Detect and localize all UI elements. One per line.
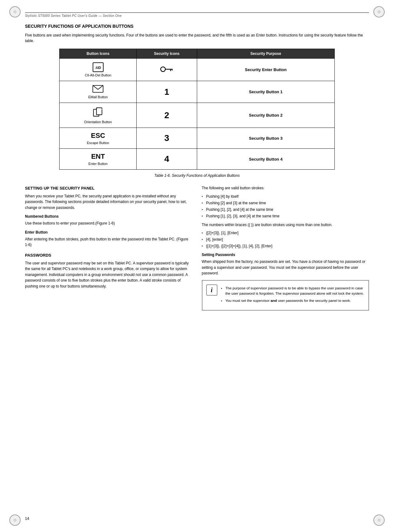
list-item: {[2]+[3]}, [1], [Enter] — [202, 230, 369, 236]
security-purpose-enter: Security Enter Button — [197, 59, 334, 81]
corner-decoration-tl — [9, 6, 21, 17]
info-bullets-list: The purpose of supervisor password is to… — [221, 286, 365, 304]
list-item: {[1]+[3]}, {[2]+[3]+[4]}, [1], [4], [2],… — [202, 243, 369, 249]
section-title: SECURITY FUNCTIONS OF APPLICATION BUTTON… — [25, 24, 369, 29]
left-column: SETTING UP THE SECURITY PANEL When you r… — [25, 185, 192, 311]
button-label-orient: Orientation Button — [63, 120, 133, 124]
button-label-esc: Escape Button — [63, 141, 133, 145]
security-icon-1: 1 — [137, 81, 197, 103]
setting-panel-title: SETTING UP THE SECURITY PANEL — [25, 185, 192, 191]
numbered-buttons-title: Numbered Buttons — [25, 214, 192, 219]
header-rule — [25, 12, 369, 13]
passwords-title: PASSWORDS — [25, 252, 192, 259]
security-purpose-2: Security Button 2 — [197, 103, 334, 128]
button-icon-email: EMail Button — [60, 81, 137, 103]
email-svg — [92, 85, 104, 93]
enter-button-title: Enter Button — [25, 230, 192, 235]
svg-point-0 — [161, 67, 165, 72]
button-icon-cad: AID Ctl-Alt-Del Button — [60, 59, 137, 81]
list-item: Pushing [4] by itself — [202, 194, 369, 199]
list-item: You must set the supervisor and user pas… — [221, 298, 365, 303]
table-row: ESC Escape Button 3 Security Button 3 — [60, 128, 334, 149]
examples-list: {[2]+[3]}, [1], [Enter] [4], [enter] {[1… — [202, 230, 369, 249]
list-item: [4], [enter] — [202, 237, 369, 242]
security-table: Button Icons Security Icons Security Pur… — [59, 49, 334, 170]
security-purpose-3: Security Button 3 — [197, 128, 334, 149]
table-row: AID Ctl-Alt-Del Button Security Enter Bu… — [60, 59, 334, 81]
security-icon-4: 4 — [137, 149, 197, 170]
table-header-security-icons: Security Icons — [137, 49, 197, 59]
two-column-section: SETTING UP THE SECURITY PANEL When you r… — [25, 185, 369, 311]
list-item: Pushing [2] and [3] at the same time — [202, 200, 369, 206]
security-icon-3: 3 — [137, 128, 197, 149]
table-row: Orientation Button 2 Security Button 2 — [60, 103, 334, 128]
button-icon-esc: ESC Escape Button — [60, 128, 137, 149]
list-item: The purpose of supervisor password is to… — [221, 286, 365, 297]
setting-passwords-text: When shipped from the factory, no passwo… — [202, 259, 369, 276]
orient-svg — [93, 107, 103, 118]
right-column: The following are valid button strokes: … — [202, 185, 369, 311]
button-label-email: EMail Button — [63, 95, 133, 99]
info-box: i The purpose of supervisor password is … — [202, 280, 369, 311]
list-item: Pushing [1], [2], and [4] at the same ti… — [202, 207, 369, 212]
ent-text: ENT — [91, 152, 105, 160]
list-item: Pushing [1], [2], [3], and [4] at the sa… — [202, 213, 369, 219]
security-purpose-1: Security Button 1 — [197, 81, 334, 103]
table-caption: Table 1-6. Security Functions of Applica… — [25, 173, 369, 178]
corner-decoration-bl — [9, 515, 21, 526]
security-icon-key — [137, 59, 197, 81]
button-label-ent: Enter Button — [63, 162, 133, 166]
table-row: ENT Enter Button 4 Security Button 4 — [60, 149, 334, 170]
intro-text: Five buttons are used when implementing … — [25, 32, 369, 44]
valid-strokes-list: Pushing [4] by itself Pushing [2] and [3… — [202, 194, 369, 219]
table-header-button-icons: Button Icons — [60, 49, 137, 59]
page-number: 14 — [25, 516, 29, 521]
header-text: Stylistic ST5000 Series Tablet PC User's… — [25, 14, 369, 17]
setting-passwords-title: Setting Passwords — [202, 252, 369, 258]
esc-text: ESC — [91, 132, 105, 139]
table-header-security-purpose: Security Purpose — [197, 49, 334, 59]
corner-decoration-tr — [373, 6, 385, 17]
security-icon-2: 2 — [137, 103, 197, 128]
table-row: EMail Button 1 Security Button 1 — [60, 81, 334, 103]
braces-text: The numbers within braces ({ }) are butt… — [202, 222, 369, 228]
numbered-buttons-text: Use these buttons to enter your password… — [25, 220, 192, 226]
security-purpose-4: Security Button 4 — [197, 149, 334, 170]
key-svg — [159, 65, 175, 74]
enter-button-text: After entering the button strokes, push … — [25, 236, 192, 248]
button-icon-ent: ENT Enter Button — [60, 149, 137, 170]
svg-rect-6 — [96, 108, 102, 115]
valid-strokes-intro: The following are valid button strokes: — [202, 185, 369, 191]
info-content: The purpose of supervisor password is to… — [221, 284, 365, 307]
corner-decoration-br — [373, 515, 385, 526]
setting-panel-text: When you receive your Tablet PC, the sec… — [25, 193, 192, 211]
info-icon: i — [206, 284, 217, 296]
button-label-cad: Ctl-Alt-Del Button — [63, 73, 133, 77]
passwords-text: The user and supervisor password may be … — [25, 260, 192, 289]
button-icon-orient: Orientation Button — [60, 103, 137, 128]
